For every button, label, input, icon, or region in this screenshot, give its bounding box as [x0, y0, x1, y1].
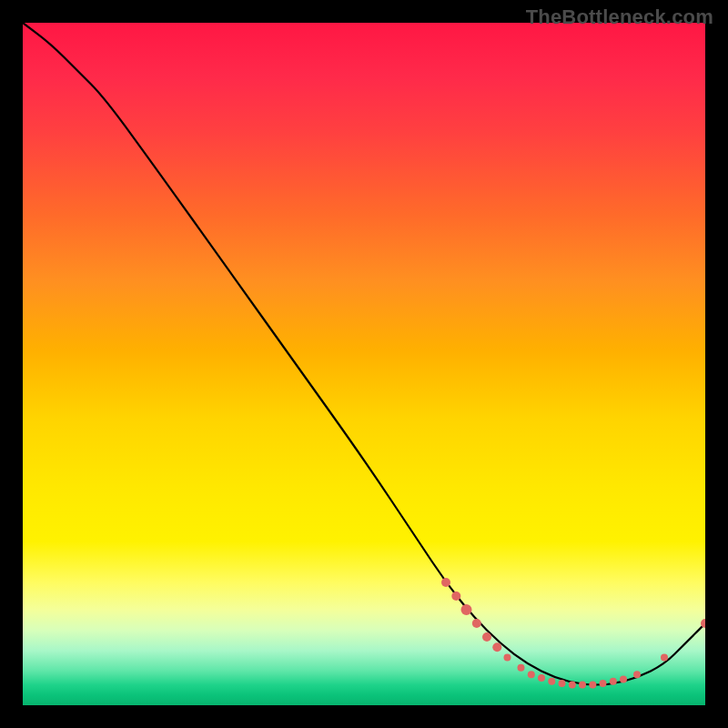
watermark-text: TheBottleneck.com [526, 5, 713, 29]
chart-svg [23, 23, 705, 705]
chart-marker [472, 619, 481, 628]
chart-marker [620, 676, 627, 683]
chart-marker [451, 592, 460, 601]
chart-marker [610, 678, 617, 685]
chart-marker [579, 682, 586, 689]
chart-marker [589, 682, 596, 689]
curve-markers [441, 578, 705, 689]
chart-marker [518, 664, 525, 672]
chart-marker [600, 680, 607, 687]
curve-line [23, 23, 705, 685]
chart-marker [504, 654, 511, 662]
chart-marker [633, 671, 641, 678]
chart-marker [441, 578, 450, 587]
chart-marker [548, 678, 555, 685]
chart-marker [482, 632, 491, 642]
chart-marker [569, 682, 576, 689]
chart-stage: TheBottleneck.com [0, 0, 728, 728]
chart-marker [538, 674, 545, 682]
chart-marker [492, 642, 501, 652]
chart-marker [528, 671, 535, 678]
plot-area [23, 23, 705, 705]
chart-marker [559, 680, 566, 687]
chart-marker [661, 654, 668, 662]
chart-marker [461, 604, 472, 615]
